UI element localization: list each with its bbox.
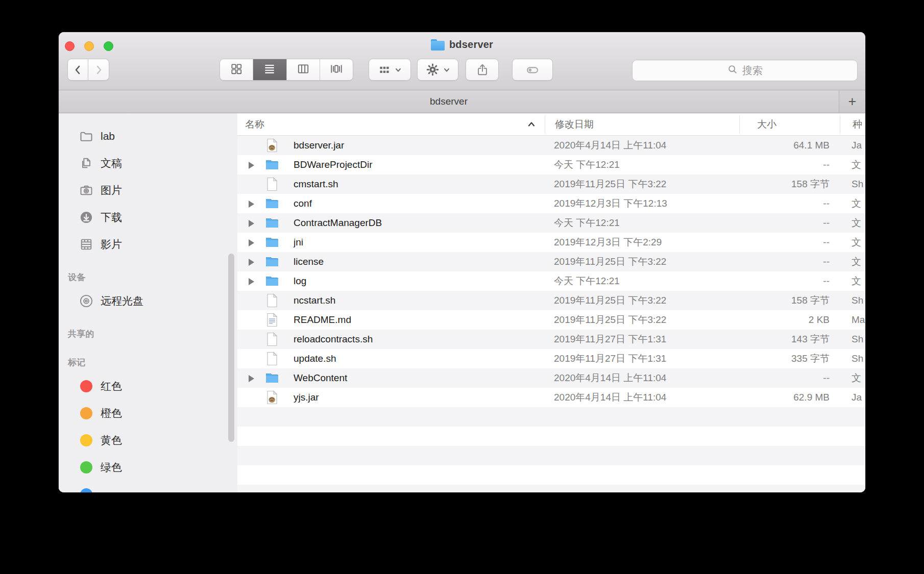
disclosure-triangle-icon[interactable] [249, 220, 254, 227]
file-row[interactable]: update.sh2019年11月27日 下午1:31335 字节Sh [237, 349, 865, 368]
file-row[interactable]: yjs.jar2020年4月14日 上午11:0462.9 MBJa [237, 388, 865, 407]
folder-icon [264, 273, 280, 289]
chevron-left-icon [72, 64, 84, 76]
sidebar-item-下载[interactable]: 下载 [59, 204, 237, 231]
sidebar-item-影片[interactable]: 影片 [59, 231, 237, 258]
sidebar-item-远程光盘[interactable]: 远程光盘 [59, 287, 237, 314]
share-button[interactable] [466, 59, 499, 81]
sort-ascending-caret-icon[interactable] [526, 113, 537, 136]
file-row[interactable]: reloadcontracts.sh2019年11月27日 下午1:31143 … [237, 330, 865, 349]
disclosure-triangle-icon[interactable] [249, 259, 254, 266]
file-row[interactable]: license2019年11月25日 下午3:22--文 [237, 252, 865, 271]
file-name: update.sh [294, 349, 549, 368]
sidebar-item-橙色[interactable]: 橙色 [59, 400, 237, 427]
sidebar-scrollbar[interactable] [228, 254, 234, 442]
file-row[interactable]: cmstart.sh2019年11月25日 下午3:22158 字节Sh [237, 174, 865, 194]
sidebar-item-label: 红色 [101, 379, 122, 393]
main-area: lab文稿图片下载影片 设备远程光盘共享的标记红色橙色黄色绿色 名称 修改日期 … [59, 113, 865, 492]
column-header-size[interactable]: 大小 [757, 113, 776, 136]
file-kind: Sh [852, 349, 865, 368]
new-tab-button[interactable]: + [839, 90, 865, 113]
coverflow-view-icon [330, 62, 343, 78]
jar-file-icon [264, 138, 280, 153]
sidebar-item-红色[interactable]: 红色 [59, 372, 237, 400]
column-header-date[interactable]: 修改日期 [555, 113, 594, 136]
sidebar-item-文稿[interactable]: 文稿 [59, 149, 237, 177]
file-row[interactable]: bdserver.jar2020年4月14日 上午11:0464.1 MBJa [237, 136, 865, 155]
file-kind: 文 [852, 233, 865, 252]
file-row[interactable]: conf2019年12月3日 下午12:13--文 [237, 194, 865, 213]
file-kind: Sh [852, 330, 865, 349]
sidebar-item-label: 文稿 [101, 156, 122, 170]
tag-button[interactable] [512, 59, 553, 81]
file-row[interactable]: log今天 下午12:21--文 [237, 271, 865, 291]
sidebar: lab文稿图片下载影片 设备远程光盘共享的标记红色橙色黄色绿色 [59, 113, 237, 492]
arrange-button[interactable] [369, 59, 411, 81]
sidebar-item-黄色[interactable]: 黄色 [59, 427, 237, 454]
sidebar-item-lab[interactable]: lab [59, 122, 237, 149]
share-icon [476, 63, 489, 77]
file-row[interactable]: WebContent2020年4月14日 上午11:04--文 [237, 368, 865, 388]
tag-color-dot [79, 433, 93, 447]
tag-color-dot [79, 487, 93, 493]
file-name: reloadcontracts.sh [294, 330, 549, 349]
disclosure-triangle-icon[interactable] [249, 201, 254, 208]
columns-view-icon [297, 62, 310, 78]
sidebar-section-header: 标记 [59, 350, 237, 372]
action-button[interactable] [417, 59, 458, 81]
sidebar-item-绿色[interactable]: 绿色 [59, 454, 237, 481]
doc-file-icon [264, 332, 280, 347]
text-file-icon [264, 312, 280, 328]
file-row[interactable]: BDWareProjectDir今天 下午12:21--文 [237, 155, 865, 174]
file-kind: Ma [852, 310, 865, 330]
file-row[interactable]: ContractManagerDB今天 下午12:21--文 [237, 213, 865, 233]
sidebar-item-图片[interactable]: 图片 [59, 177, 237, 204]
file-size: -- [697, 194, 830, 213]
sidebar-item-label: 图片 [101, 183, 122, 197]
column-divider[interactable] [545, 115, 545, 134]
sidebar-item-label: 黄色 [101, 433, 122, 447]
folder-outline-icon [79, 129, 93, 143]
grid-view-button[interactable] [220, 59, 253, 80]
tab-label: bdserver [430, 96, 468, 107]
column-header-kind[interactable]: 种 [853, 113, 862, 136]
window-title: bdserver [449, 39, 493, 51]
column-divider[interactable] [840, 115, 840, 134]
title-bar: bdserver [59, 32, 865, 90]
search-input[interactable]: 搜索 [632, 60, 858, 81]
file-list-pane: 名称 修改日期 大小 种 bdserver.jar2020年4月14日 上午11… [237, 113, 865, 492]
sidebar-item-tag[interactable] [59, 481, 237, 492]
disclosure-triangle-icon[interactable] [249, 162, 254, 169]
column-divider[interactable] [739, 115, 740, 134]
sidebar-favorites: lab文稿图片下载影片 [59, 113, 237, 258]
list-view-button[interactable] [253, 59, 286, 80]
forward-button[interactable] [88, 59, 109, 81]
jar-file-icon [264, 390, 280, 405]
file-name: README.md [294, 310, 549, 330]
file-row[interactable]: jni2019年12月3日 下午2:29--文 [237, 233, 865, 252]
file-kind: 文 [852, 213, 865, 233]
grid-view-icon [230, 62, 243, 78]
coverflow-view-button[interactable] [320, 59, 353, 80]
columns-view-button[interactable] [287, 59, 320, 80]
sidebar-item-label: 下载 [101, 210, 122, 224]
gear-icon [426, 63, 440, 77]
file-size: 335 字节 [697, 349, 830, 368]
disclosure-triangle-icon[interactable] [249, 375, 254, 382]
file-kind: 文 [852, 194, 865, 213]
disclosure-triangle-icon[interactable] [249, 278, 254, 285]
finder-window: bdserver [59, 32, 865, 492]
file-name: license [294, 252, 549, 271]
file-name: log [294, 271, 549, 291]
disclosure-triangle-icon[interactable] [249, 239, 254, 246]
back-button[interactable] [67, 59, 88, 81]
file-row[interactable]: ncstart.sh2019年11月25日 下午3:22158 字节Sh [237, 291, 865, 310]
camera-icon [79, 183, 93, 197]
file-row[interactable]: README.md2019年11月25日 下午3:222 KBMa [237, 310, 865, 330]
folder-icon [264, 370, 280, 386]
view-mode-segmented-control [220, 59, 353, 81]
column-header-name[interactable]: 名称 [245, 113, 264, 136]
file-kind: 文 [852, 368, 865, 388]
file-size: -- [697, 155, 830, 174]
tab-bdserver[interactable]: bdserver [59, 90, 839, 113]
